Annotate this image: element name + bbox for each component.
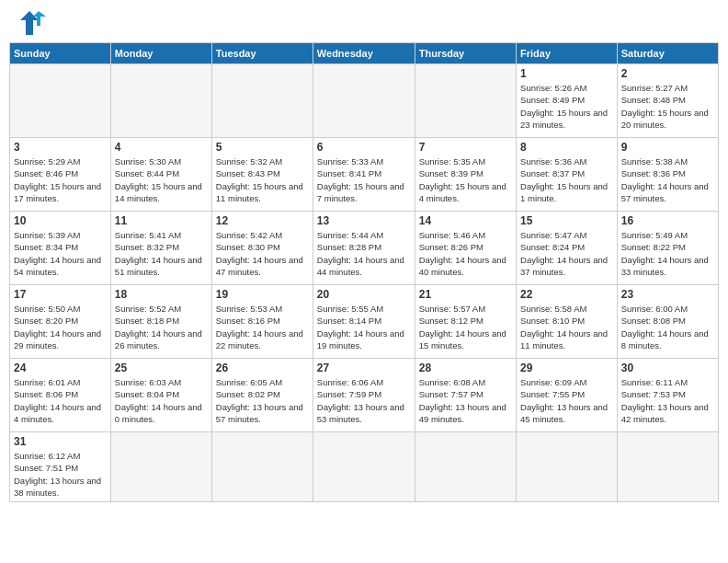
day-number: 27 <box>317 362 411 374</box>
calendar-week-row: 24Sunrise: 6:01 AM Sunset: 8:06 PM Dayli… <box>10 359 719 432</box>
calendar-cell: 4Sunrise: 5:30 AM Sunset: 8:44 PM Daylig… <box>110 138 211 212</box>
calendar-cell <box>517 432 618 502</box>
day-info: Sunrise: 5:26 AM Sunset: 8:49 PM Dayligh… <box>520 82 613 131</box>
day-info: Sunrise: 5:49 AM Sunset: 8:22 PM Dayligh… <box>621 229 714 278</box>
weekday-header: Friday <box>517 43 618 64</box>
calendar-cell <box>313 64 415 138</box>
day-number: 29 <box>520 362 613 374</box>
day-info: Sunrise: 5:58 AM Sunset: 8:10 PM Dayligh… <box>520 303 613 351</box>
day-number: 9 <box>621 141 714 154</box>
day-number: 23 <box>621 288 714 301</box>
day-number: 3 <box>14 141 107 154</box>
day-info: Sunrise: 6:12 AM Sunset: 7:51 PM Dayligh… <box>14 450 107 499</box>
day-info: Sunrise: 6:11 AM Sunset: 7:53 PM Dayligh… <box>621 376 714 425</box>
calendar-cell: 3Sunrise: 5:29 AM Sunset: 8:46 PM Daylig… <box>10 138 111 212</box>
day-number: 15 <box>520 214 613 227</box>
calendar-cell: 1Sunrise: 5:26 AM Sunset: 8:49 PM Daylig… <box>517 64 618 138</box>
day-info: Sunrise: 6:05 AM Sunset: 8:02 PM Dayligh… <box>216 376 309 425</box>
calendar-cell: 22Sunrise: 5:58 AM Sunset: 8:10 PM Dayli… <box>517 285 618 359</box>
day-number: 11 <box>115 214 208 227</box>
calendar-cell: 7Sunrise: 5:35 AM Sunset: 8:39 PM Daylig… <box>415 138 516 212</box>
calendar-cell <box>211 432 313 502</box>
day-info: Sunrise: 5:35 AM Sunset: 8:39 PM Dayligh… <box>419 155 512 204</box>
calendar-week-row: 1Sunrise: 5:26 AM Sunset: 8:49 PM Daylig… <box>10 64 719 138</box>
calendar-week-row: 17Sunrise: 5:50 AM Sunset: 8:20 PM Dayli… <box>10 285 719 359</box>
calendar-cell: 29Sunrise: 6:09 AM Sunset: 7:55 PM Dayli… <box>517 359 618 432</box>
weekday-header: Saturday <box>617 43 718 64</box>
calendar-cell: 2Sunrise: 5:27 AM Sunset: 8:48 PM Daylig… <box>617 64 718 138</box>
day-info: Sunrise: 5:29 AM Sunset: 8:46 PM Dayligh… <box>14 155 107 204</box>
calendar-week-row: 3Sunrise: 5:29 AM Sunset: 8:46 PM Daylig… <box>10 138 719 212</box>
weekday-header-row: SundayMondayTuesdayWednesdayThursdayFrid… <box>10 43 719 64</box>
day-number: 21 <box>419 288 512 301</box>
weekday-header: Wednesday <box>313 43 415 64</box>
day-info: Sunrise: 5:38 AM Sunset: 8:36 PM Dayligh… <box>621 155 714 204</box>
logo <box>13 9 50 37</box>
day-number: 25 <box>115 362 208 374</box>
logo-icon <box>13 9 46 37</box>
day-number: 30 <box>621 362 714 374</box>
calendar-cell <box>313 432 415 502</box>
day-info: Sunrise: 5:39 AM Sunset: 8:34 PM Dayligh… <box>14 229 107 278</box>
day-info: Sunrise: 6:03 AM Sunset: 8:04 PM Dayligh… <box>115 376 208 425</box>
calendar-cell <box>415 64 516 138</box>
calendar-cell: 9Sunrise: 5:38 AM Sunset: 8:36 PM Daylig… <box>617 138 718 212</box>
day-number: 31 <box>14 435 107 448</box>
weekday-header: Sunday <box>10 43 111 64</box>
calendar-cell: 5Sunrise: 5:32 AM Sunset: 8:43 PM Daylig… <box>211 138 313 212</box>
day-number: 18 <box>115 288 208 301</box>
calendar-cell: 27Sunrise: 6:06 AM Sunset: 7:59 PM Dayli… <box>313 359 415 432</box>
day-info: Sunrise: 5:52 AM Sunset: 8:18 PM Dayligh… <box>115 303 208 351</box>
day-number: 2 <box>621 67 714 80</box>
calendar-cell: 21Sunrise: 5:57 AM Sunset: 8:12 PM Dayli… <box>415 285 516 359</box>
calendar-cell: 31Sunrise: 6:12 AM Sunset: 7:51 PM Dayli… <box>10 432 111 502</box>
day-info: Sunrise: 6:09 AM Sunset: 7:55 PM Dayligh… <box>520 376 613 425</box>
day-number: 19 <box>216 288 309 301</box>
calendar-cell: 16Sunrise: 5:49 AM Sunset: 8:22 PM Dayli… <box>617 212 718 285</box>
page-header <box>9 9 719 37</box>
day-info: Sunrise: 6:08 AM Sunset: 7:57 PM Dayligh… <box>419 376 512 425</box>
day-info: Sunrise: 5:55 AM Sunset: 8:14 PM Dayligh… <box>317 303 411 351</box>
calendar-cell: 19Sunrise: 5:53 AM Sunset: 8:16 PM Dayli… <box>211 285 313 359</box>
day-info: Sunrise: 5:46 AM Sunset: 8:26 PM Dayligh… <box>419 229 512 278</box>
day-number: 8 <box>520 141 613 154</box>
day-info: Sunrise: 5:33 AM Sunset: 8:41 PM Dayligh… <box>317 155 411 204</box>
day-info: Sunrise: 5:30 AM Sunset: 8:44 PM Dayligh… <box>115 155 208 204</box>
calendar-cell <box>10 64 111 138</box>
calendar-cell: 28Sunrise: 6:08 AM Sunset: 7:57 PM Dayli… <box>415 359 516 432</box>
day-number: 5 <box>216 141 309 154</box>
day-number: 10 <box>14 214 107 227</box>
day-number: 28 <box>419 362 512 374</box>
day-info: Sunrise: 5:36 AM Sunset: 8:37 PM Dayligh… <box>520 155 613 204</box>
day-number: 14 <box>419 214 512 227</box>
calendar-table: SundayMondayTuesdayWednesdayThursdayFrid… <box>9 42 719 502</box>
calendar-cell: 24Sunrise: 6:01 AM Sunset: 8:06 PM Dayli… <box>10 359 111 432</box>
day-info: Sunrise: 6:01 AM Sunset: 8:06 PM Dayligh… <box>14 376 107 425</box>
day-number: 26 <box>216 362 309 374</box>
day-info: Sunrise: 5:44 AM Sunset: 8:28 PM Dayligh… <box>317 229 411 278</box>
day-info: Sunrise: 5:57 AM Sunset: 8:12 PM Dayligh… <box>419 303 512 351</box>
calendar-cell: 23Sunrise: 6:00 AM Sunset: 8:08 PM Dayli… <box>617 285 718 359</box>
day-number: 17 <box>14 288 107 301</box>
calendar-cell <box>211 64 313 138</box>
day-info: Sunrise: 5:41 AM Sunset: 8:32 PM Dayligh… <box>115 229 208 278</box>
day-info: Sunrise: 6:06 AM Sunset: 7:59 PM Dayligh… <box>317 376 411 425</box>
day-number: 22 <box>520 288 613 301</box>
day-number: 7 <box>419 141 512 154</box>
calendar-cell <box>617 432 718 502</box>
day-number: 16 <box>621 214 714 227</box>
calendar-cell: 13Sunrise: 5:44 AM Sunset: 8:28 PM Dayli… <box>313 212 415 285</box>
day-info: Sunrise: 5:50 AM Sunset: 8:20 PM Dayligh… <box>14 303 107 351</box>
day-number: 4 <box>115 141 208 154</box>
calendar-cell: 25Sunrise: 6:03 AM Sunset: 8:04 PM Dayli… <box>110 359 211 432</box>
day-number: 13 <box>317 214 411 227</box>
weekday-header: Monday <box>110 43 211 64</box>
weekday-header: Tuesday <box>211 43 313 64</box>
weekday-header: Thursday <box>415 43 516 64</box>
calendar-cell: 14Sunrise: 5:46 AM Sunset: 8:26 PM Dayli… <box>415 212 516 285</box>
calendar-cell <box>415 432 516 502</box>
calendar-cell: 6Sunrise: 5:33 AM Sunset: 8:41 PM Daylig… <box>313 138 415 212</box>
day-number: 1 <box>520 67 613 80</box>
calendar-cell: 12Sunrise: 5:42 AM Sunset: 8:30 PM Dayli… <box>211 212 313 285</box>
calendar-cell <box>110 432 211 502</box>
